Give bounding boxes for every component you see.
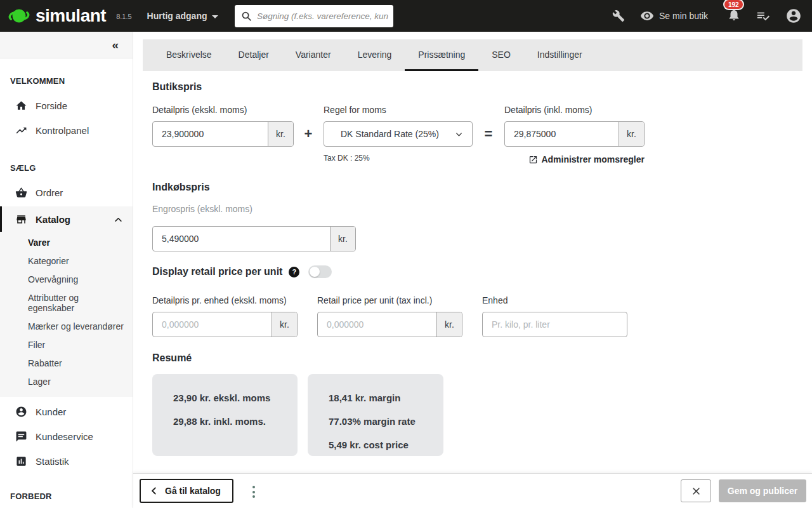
help-icon[interactable]: ?	[289, 267, 299, 277]
avatar-icon	[785, 8, 802, 24]
sidebar-section-welcome: VELKOMMEN	[0, 76, 133, 86]
product-tabs: Beskrivelse Detaljer Varianter Levering …	[143, 39, 802, 71]
wholesale-input[interactable]	[153, 227, 330, 251]
toggle-knob	[310, 267, 320, 277]
unit-excl-label: Detailpris pr. enhed (ekskl. moms)	[152, 295, 287, 305]
quick-access-menu[interactable]: Hurtig adgang	[147, 11, 218, 21]
summary-excl-line: 23,90 kr. ekskl. moms	[173, 386, 298, 410]
close-button[interactable]	[681, 479, 711, 502]
profile-button[interactable]	[785, 8, 802, 24]
sidebar-item-label: Katalog	[36, 214, 70, 225]
search-input[interactable]	[257, 11, 388, 21]
submenu-item-monitoring[interactable]: Overvågning	[28, 270, 133, 288]
manage-tax-rules-link[interactable]: Administrer momsregler	[504, 154, 645, 164]
summary-margin-line: 18,41 kr. margin	[329, 386, 443, 410]
summary-margin-rate-line: 77.03% margin rate	[329, 410, 443, 433]
list-check-icon	[756, 9, 770, 23]
equals-operator: =	[482, 126, 495, 142]
debug-wrench-button[interactable]	[612, 10, 625, 22]
bar-chart-icon	[15, 455, 27, 467]
notification-count-badge: 192	[724, 0, 743, 9]
topbar: simulant 8.1.5 Hurtig adgang	[0, 0, 812, 32]
unit-incl-label: Retail price per unit (tax incl.)	[317, 295, 432, 305]
tab-seo[interactable]: SEO	[478, 39, 524, 71]
wholesale-label: Engrospris (ekskl. moms)	[152, 204, 252, 214]
basket-icon	[15, 187, 27, 199]
sidebar-item-catalog[interactable]: Katalog	[0, 206, 133, 232]
sidebar-item-stats[interactable]: Statistik	[0, 449, 133, 474]
global-search[interactable]	[235, 5, 393, 27]
more-actions-button[interactable]	[250, 483, 258, 500]
quick-access-label: Hurtig adgang	[147, 11, 207, 21]
unit-price-toggle[interactable]	[308, 265, 332, 278]
summary-price-box: 23,90 kr. ekskl. moms 29,88 kr. inkl. mo…	[152, 374, 298, 456]
sidebar-item-customer-service[interactable]: Kundeservice	[0, 424, 133, 449]
topbar-actions: Se min butik 192	[612, 0, 812, 32]
summary-title: Resumé	[152, 352, 192, 364]
save-and-publish-button[interactable]: Gem og publicer	[719, 479, 806, 502]
submenu-item-attributes[interactable]: Attributter og egenskaber	[28, 288, 120, 317]
currency-suffix: kr.	[272, 312, 297, 337]
chat-bubble-icon	[15, 431, 27, 443]
tab-description[interactable]: Beskrivelse	[153, 39, 225, 71]
retail-excl-input[interactable]	[153, 122, 268, 146]
tax-rule-label: Regel for moms	[324, 105, 386, 115]
tab-pricing[interactable]: Prissætning	[405, 39, 478, 71]
unit-incl-input[interactable]	[318, 312, 436, 337]
submenu-item-products[interactable]: Varer	[28, 233, 133, 251]
footer-action-bar: Gå til katalog Gem og publicer	[133, 473, 812, 508]
sidebar-section-improve: FORBEDR	[0, 491, 133, 501]
go-to-catalog-button[interactable]: Gå til katalog	[140, 479, 233, 503]
sidebar-item-orders[interactable]: Ordrer	[0, 180, 133, 205]
unit-incl-field-group: kr.	[317, 312, 462, 337]
retail-incl-field-group: kr.	[504, 121, 645, 147]
notifications-button[interactable]: 192	[727, 8, 741, 24]
tab-options[interactable]: Indstillinger	[524, 39, 596, 71]
retail-incl-label: Detailpris (inkl. moms)	[504, 105, 592, 115]
close-icon	[691, 486, 701, 496]
sidebar-item-home[interactable]: Forside	[0, 93, 133, 118]
sidebar-item-label: Kunder	[36, 406, 66, 417]
sidebar-item-dashboard[interactable]: Kontrolpanel	[0, 118, 133, 143]
sidebar-item-customers[interactable]: Kunder	[0, 399, 133, 424]
main-content: Beskrivelse Detaljer Varianter Levering …	[133, 32, 812, 508]
submenu-item-categories[interactable]: Kategorier	[28, 251, 133, 270]
multistore-checklist-button[interactable]	[756, 9, 770, 23]
unit-price-header: Display retail price per unit ?	[152, 265, 332, 278]
unit-name-input[interactable]	[483, 312, 627, 337]
trending-up-icon	[15, 124, 27, 137]
retail-excl-field-group: kr.	[152, 121, 294, 147]
manage-tax-rules-label: Administrer momsregler	[541, 154, 645, 164]
brand-logo[interactable]: simulant	[8, 4, 106, 27]
summary-incl-line: 29,88 kr. inkl. moms.	[173, 410, 298, 433]
sidebar-collapse-button[interactable]: «	[112, 39, 119, 51]
unit-name-field-group	[482, 312, 627, 337]
submenu-item-files[interactable]: Filer	[28, 335, 133, 354]
tab-variants[interactable]: Varianter	[282, 39, 344, 71]
tax-rule-select[interactable]: DK Standard Rate (25%)	[324, 121, 473, 147]
person-icon	[15, 406, 27, 418]
chevron-up-icon	[114, 215, 122, 226]
submenu-item-discounts[interactable]: Rabatter	[28, 354, 133, 372]
retail-incl-input[interactable]	[505, 122, 619, 146]
tab-shipping[interactable]: Levering	[344, 39, 405, 71]
unit-excl-field-group: kr.	[152, 312, 298, 337]
sidebar-item-label: Ordrer	[36, 187, 63, 198]
unit-excl-input[interactable]	[153, 312, 272, 337]
submenu-item-stock[interactable]: Lager	[28, 372, 133, 391]
view-shop-link[interactable]: Se min butik	[640, 9, 708, 23]
chevron-down-icon	[455, 130, 463, 138]
home-icon	[15, 100, 27, 112]
tab-details[interactable]: Detaljer	[225, 39, 282, 71]
brand-name: simulant	[36, 6, 106, 26]
chevron-down-icon	[212, 15, 218, 18]
currency-suffix: kr.	[436, 312, 462, 337]
currency-suffix: kr.	[268, 122, 293, 146]
sidebar-header: «	[0, 32, 133, 58]
eye-icon	[640, 9, 654, 23]
planet-logo-icon	[8, 4, 30, 27]
sidebar: « VELKOMMEN Forside Kontrolpanel SÆLG Or…	[0, 32, 133, 508]
sidebar-item-label: Kundeservice	[36, 431, 93, 442]
submenu-item-brands[interactable]: Mærker og leverandører	[28, 317, 133, 335]
currency-suffix: kr.	[330, 227, 355, 251]
